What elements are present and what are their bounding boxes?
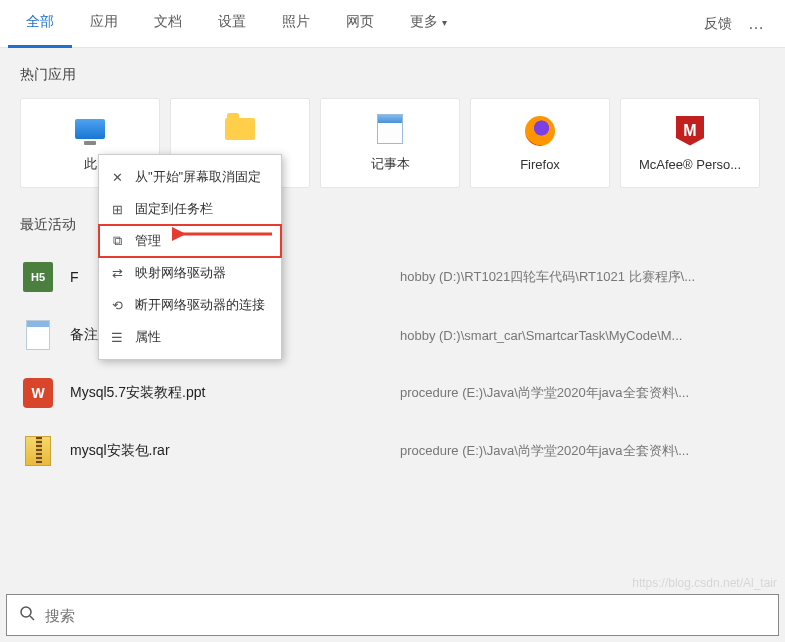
ctx-label: 映射网络驱动器: [135, 264, 226, 282]
svg-line-2: [30, 616, 34, 620]
file-path: hobby (D:)\RT1021四轮车代码\RT1021 比赛程序\...: [400, 268, 765, 286]
firefox-icon: [524, 115, 556, 147]
search-icon: [19, 605, 35, 625]
file-icon: [20, 433, 56, 469]
unpin-icon: ✕: [109, 169, 125, 185]
notepad-icon: [374, 113, 406, 145]
tab-settings[interactable]: 设置: [200, 0, 264, 48]
app-label: McAfee® Perso...: [639, 157, 741, 172]
tab-apps[interactable]: 应用: [72, 0, 136, 48]
svg-point-1: [21, 607, 31, 617]
app-label: Firefox: [520, 157, 560, 172]
map-drive-icon: ⇄: [109, 265, 125, 281]
file-icon: H5: [20, 259, 56, 295]
file-icon: [20, 317, 56, 353]
ctx-map-drive[interactable]: ⇄ 映射网络驱动器: [99, 257, 281, 289]
folder-icon: [224, 113, 256, 145]
pin-icon: ⊞: [109, 201, 125, 217]
properties-icon: ☰: [109, 329, 125, 345]
file-name: mysql安装包.rar: [70, 442, 400, 460]
ctx-properties[interactable]: ☰ 属性: [99, 321, 281, 353]
top-tabs: 全部 应用 文档 设置 照片 网页 更多 ▾ 反馈 …: [0, 0, 785, 48]
app-card-mcafee[interactable]: McAfee® Perso...: [620, 98, 760, 188]
monitor-icon: [74, 113, 106, 145]
section-hot-apps-title: 热门应用: [20, 66, 765, 84]
chevron-down-icon: ▾: [442, 17, 447, 28]
tab-more[interactable]: 更多 ▾: [392, 0, 465, 48]
file-path: hobby (D:)\smart_car\SmartcarTask\MyCode…: [400, 328, 765, 343]
file-icon: W: [20, 375, 56, 411]
tab-web[interactable]: 网页: [328, 0, 392, 48]
ctx-label: 固定到任务栏: [135, 200, 213, 218]
more-options-icon[interactable]: …: [748, 15, 765, 33]
ctx-disconnect-drive[interactable]: ⟲ 断开网络驱动器的连接: [99, 289, 281, 321]
ctx-pin-taskbar[interactable]: ⊞ 固定到任务栏: [99, 193, 281, 225]
tab-photos[interactable]: 照片: [264, 0, 328, 48]
ctx-label: 管理: [135, 232, 161, 250]
tab-all[interactable]: 全部: [8, 0, 72, 48]
tab-more-label: 更多: [410, 13, 438, 31]
recent-item[interactable]: W Mysql5.7安装教程.ppt procedure (E:)\Java\尚…: [20, 364, 765, 422]
disconnect-drive-icon: ⟲: [109, 297, 125, 313]
file-path: procedure (E:)\Java\尚学堂2020年java全套资料\...: [400, 384, 765, 402]
feedback-link[interactable]: 反馈: [704, 15, 732, 33]
file-path: procedure (E:)\Java\尚学堂2020年java全套资料\...: [400, 442, 765, 460]
ctx-manage[interactable]: ⧉ 管理: [99, 225, 281, 257]
search-bar[interactable]: [6, 594, 779, 636]
ctx-label: 属性: [135, 328, 161, 346]
watermark: https://blog.csdn.net/Al_tair: [632, 576, 777, 590]
context-menu: ✕ 从"开始"屏幕取消固定 ⊞ 固定到任务栏 ⧉ 管理 ⇄ 映射网络驱动器 ⟲ …: [98, 154, 282, 360]
app-card-notepad[interactable]: 记事本: [320, 98, 460, 188]
top-right: 反馈 …: [704, 15, 777, 33]
tab-docs[interactable]: 文档: [136, 0, 200, 48]
recent-item[interactable]: mysql安装包.rar procedure (E:)\Java\尚学堂2020…: [20, 422, 765, 480]
app-card-firefox[interactable]: Firefox: [470, 98, 610, 188]
mcafee-icon: [674, 115, 706, 147]
manage-icon: ⧉: [109, 233, 125, 249]
ctx-unpin-start[interactable]: ✕ 从"开始"屏幕取消固定: [99, 161, 281, 193]
search-input[interactable]: [45, 607, 766, 624]
app-label: 此: [84, 155, 97, 173]
file-name: Mysql5.7安装教程.ppt: [70, 384, 400, 402]
app-label: 记事本: [371, 155, 410, 173]
ctx-label: 断开网络驱动器的连接: [135, 296, 265, 314]
ctx-label: 从"开始"屏幕取消固定: [135, 168, 261, 186]
